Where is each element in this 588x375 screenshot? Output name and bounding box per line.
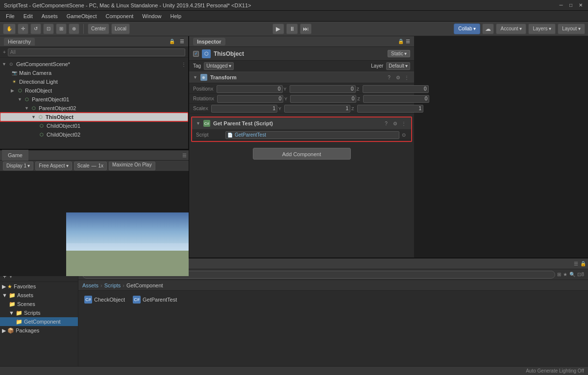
layers-button[interactable]: Layers ▾	[528, 23, 556, 34]
local-button[interactable]: Local	[111, 23, 130, 34]
layout-button[interactable]: Layout ▾	[558, 23, 585, 34]
menu-help[interactable]: Help	[166, 12, 185, 20]
inspector-lock-icon[interactable]: 🔒	[398, 39, 404, 44]
hierarchy-tab[interactable]: Hierarchy	[4, 38, 35, 46]
game-viewport[interactable]	[0, 171, 189, 276]
rotation-z-input[interactable]	[363, 95, 429, 103]
assets-filter-icon[interactable]: ⊞	[557, 272, 561, 277]
minimize-button[interactable]: ─	[558, 2, 564, 9]
object-enabled-checkbox[interactable]: ✓	[193, 51, 199, 57]
tree-getcomponent[interactable]: 📁 GetComponent	[0, 317, 78, 326]
assets-star-icon[interactable]: ★	[563, 272, 567, 277]
asset-getparenttest[interactable]: C# GetParentTest	[131, 295, 179, 305]
tool-move[interactable]: ✛	[18, 23, 28, 34]
hierarchy-child02[interactable]: ⬡ ChildObject02	[0, 130, 188, 139]
display-dropdown[interactable]: Display 1 ▾	[3, 162, 33, 170]
maximize-button[interactable]: □	[567, 2, 574, 9]
assets-search-icon[interactable]: 🔍	[569, 272, 575, 277]
tool-scale[interactable]: ⊡	[43, 23, 54, 34]
assets-size-icon[interactable]: ⊡8	[577, 272, 584, 277]
menu-assets[interactable]: Assets	[38, 12, 62, 20]
collab-button[interactable]: Collab ▾	[454, 23, 480, 34]
game-tab-label: Game	[8, 152, 23, 158]
hierarchy-search[interactable]	[8, 48, 185, 56]
menu-gameobject[interactable]: GameObject	[63, 12, 101, 20]
game-menu-icon[interactable]: ☰	[182, 153, 187, 158]
menu-file[interactable]: File	[2, 12, 19, 20]
center-button[interactable]: Center	[88, 23, 109, 34]
hierarchy-root-object[interactable]: ▶ ⬡ RootObject	[0, 86, 188, 95]
tree-favorites[interactable]: ▶ ★ Favorites	[0, 282, 78, 291]
aspect-dropdown[interactable]: Free Aspect ▾	[35, 162, 72, 170]
hierarchy-parent02[interactable]: ▼ ⬡ ParentObject02	[0, 104, 188, 113]
breadcrumb-assets[interactable]: Assets	[82, 282, 98, 288]
rotation-x-input[interactable]	[217, 95, 283, 103]
close-button[interactable]: ✕	[577, 2, 584, 9]
script-menu-icon[interactable]: ⋮	[400, 120, 407, 127]
inspector-tab[interactable]: Inspector	[193, 38, 225, 46]
transform-settings-icon[interactable]: ⚙	[394, 74, 401, 81]
scale-value: 1x	[98, 163, 104, 168]
scale-y-input[interactable]	[284, 105, 350, 113]
breadcrumb-scripts[interactable]: Scripts	[104, 282, 121, 288]
game-tab[interactable]: Game	[2, 150, 28, 161]
script-target-icon[interactable]: ⊙	[400, 132, 407, 139]
transform-help-icon[interactable]: ?	[386, 74, 392, 81]
hierarchy-title: Hierarchy	[8, 39, 31, 45]
script-component-header[interactable]: ▼ C# Get Parent Test (Script) ? ⚙ ⋮	[192, 117, 411, 129]
dir-light-label: Directional Light	[19, 79, 58, 85]
cloud-button[interactable]: ☁	[482, 23, 494, 34]
script-value-field[interactable]: 📄 GetParentTest	[225, 131, 399, 139]
layer-dropdown[interactable]: Default ▾	[386, 62, 410, 70]
hierarchy-this-object[interactable]: ▼ ⬡ ThisObject	[0, 113, 188, 121]
script-settings-icon[interactable]: ⚙	[392, 120, 398, 127]
plus-icon[interactable]: +	[3, 49, 6, 55]
position-y-input[interactable]	[290, 85, 356, 93]
script-help-icon[interactable]: ?	[383, 120, 390, 127]
tag-dropdown[interactable]: Untagged ▾	[204, 62, 233, 70]
hierarchy-child01[interactable]: ⬡ ChildObject01	[0, 121, 188, 130]
script-arrow: ▼	[196, 121, 200, 126]
tree-scripts[interactable]: ▼ 📁 Scripts	[0, 308, 78, 317]
favorites-label: Favorites	[14, 283, 36, 289]
scene-root-item[interactable]: ▼ ⊙ GetComponentScene* ⋮	[0, 60, 188, 69]
play-button[interactable]: ▶	[272, 23, 284, 34]
menu-component[interactable]: Component	[101, 12, 137, 20]
menu-window[interactable]: Window	[138, 12, 165, 20]
step-button[interactable]: ⏭	[300, 23, 312, 34]
tool-rotate[interactable]: ↺	[30, 23, 41, 34]
scale-control[interactable]: Scale — 1x	[74, 162, 107, 170]
scale-x-axis: X	[205, 106, 210, 111]
tree-scenes[interactable]: 📁 Scenes	[0, 300, 78, 308]
maximize-btn[interactable]: Maximize On Play	[109, 162, 155, 170]
rotation-y-input[interactable]	[290, 95, 356, 103]
hierarchy-lock-icon[interactable]: 🔒	[169, 39, 175, 44]
bottom-lock-icon[interactable]: 🔒	[580, 261, 586, 266]
status-bar: Auto Generate Lighting Off	[0, 366, 588, 375]
position-x-input[interactable]	[217, 85, 283, 93]
bottom-menu-icon[interactable]: ☰	[574, 261, 578, 266]
add-component-button[interactable]: Add Component	[253, 148, 351, 160]
transform-menu-icon[interactable]: ⋮	[403, 74, 410, 81]
pause-button[interactable]: ⏸	[286, 23, 298, 34]
account-button[interactable]: Account ▾	[496, 23, 526, 34]
scene-menu[interactable]: ⋮	[181, 62, 186, 67]
transform-component-header[interactable]: ▼ ⊕ Transform ? ⚙ ⋮	[189, 71, 414, 83]
tree-packages[interactable]: ▶ 📦 Packages	[0, 326, 78, 335]
hierarchy-menu-icon[interactable]: ☰	[180, 39, 184, 44]
inspector-menu-icon[interactable]: ☰	[406, 39, 410, 44]
tool-rect[interactable]: ⊞	[56, 23, 67, 34]
hierarchy-parent01[interactable]: ▼ ⬡ ParentObject01	[0, 95, 188, 104]
menu-edit[interactable]: Edit	[20, 12, 37, 20]
static-button[interactable]: Static ▾	[388, 50, 410, 57]
tool-transform[interactable]: ⊕	[69, 23, 79, 34]
scale-x-input[interactable]	[211, 105, 277, 113]
tool-hand[interactable]: ✋	[3, 23, 16, 34]
hierarchy-main-camera[interactable]: 📷 Main Camera	[0, 69, 188, 77]
scale-z-input[interactable]	[357, 105, 423, 113]
tree-assets[interactable]: ▼ 📁 Assets	[0, 291, 78, 300]
position-z-input[interactable]	[363, 85, 429, 93]
menu-bar: File Edit Assets GameObject Component Wi…	[0, 11, 588, 22]
hierarchy-dir-light[interactable]: ☀ Directional Light	[0, 77, 188, 86]
asset-checkobject[interactable]: C# CheckObject	[82, 295, 127, 305]
